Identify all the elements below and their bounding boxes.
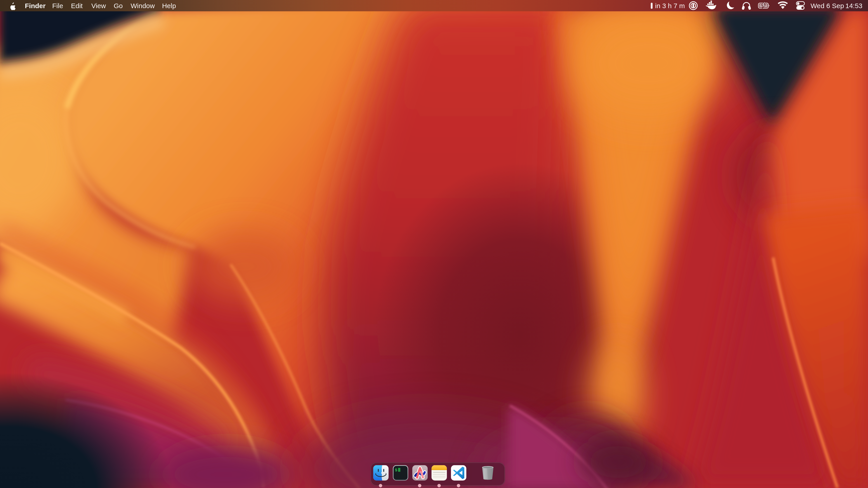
svg-text:$: $ bbox=[395, 468, 397, 473]
